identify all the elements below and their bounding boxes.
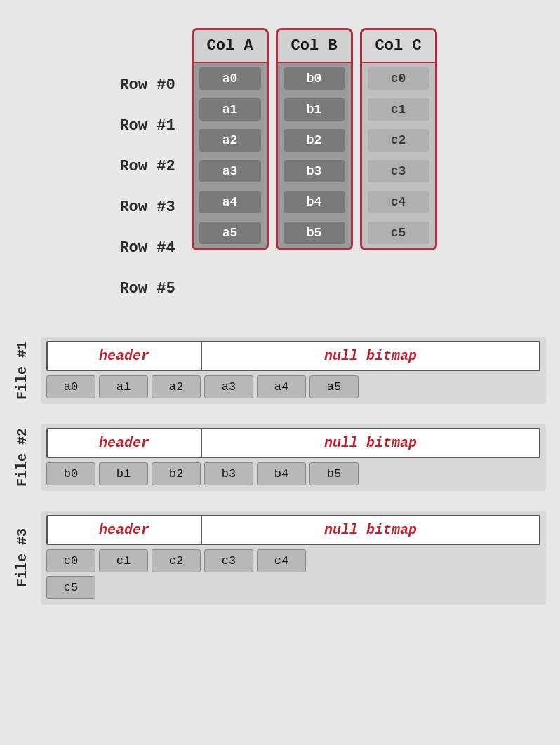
cell-b3: b3 — [278, 156, 351, 187]
cell-c0: c0 — [362, 63, 435, 94]
cell-b5: b5 — [278, 217, 351, 248]
files-section: File #1 header null bitmap a0 a1 a2 a3 a… — [14, 330, 546, 612]
cell-c4: c4 — [362, 187, 435, 217]
top-table-section: Row #0 Row #1 Row #2 Row #3 Row #4 Row #… — [14, 14, 546, 330]
col-c-header: Col C — [362, 30, 435, 63]
row-label-4: Row #4 — [119, 227, 187, 268]
file-1-header-label: header — [48, 342, 202, 370]
column-b: Col B b0 b1 b2 b3 b4 b5 — [276, 28, 353, 250]
file-2-cell-b5: b5 — [309, 462, 359, 485]
file-2-content: header null bitmap b0 b1 b2 b3 b4 b5 — [41, 424, 546, 491]
file-2-cell-b1: b1 — [99, 462, 148, 485]
cell-a3: a3 — [194, 156, 267, 187]
file-1-data-row: a0 a1 a2 a3 a4 a5 — [46, 375, 540, 398]
row-label-5: Row #5 — [119, 268, 187, 309]
col-b-header: Col B — [278, 30, 351, 63]
file-2-row: File #2 header null bitmap b0 b1 b2 b3 b… — [14, 424, 546, 491]
cell-a4: a4 — [194, 187, 267, 217]
file-3-row: File #3 header null bitmap c0 c1 c2 c3 c… — [14, 511, 546, 605]
file-2-header-row: header null bitmap — [46, 428, 540, 458]
file-1-cell-a4: a4 — [257, 375, 306, 398]
file-1-bitmap-label: null bitmap — [202, 342, 539, 370]
cell-a5: a5 — [194, 217, 267, 248]
file-3-label: File #3 — [14, 528, 34, 587]
col-a-header: Col A — [194, 30, 267, 63]
file-1-cell-a3: a3 — [204, 375, 253, 398]
file-3-header-row: header null bitmap — [46, 515, 540, 545]
file-1-row: File #1 header null bitmap a0 a1 a2 a3 a… — [14, 337, 546, 404]
file-2-cell-b3: b3 — [204, 462, 253, 485]
file-3-bitmap-label: null bitmap — [202, 516, 539, 544]
cell-a0: a0 — [194, 63, 267, 94]
cell-b1: b1 — [278, 94, 351, 125]
file-3-cell-c2: c2 — [152, 549, 201, 572]
row-label-3: Row #3 — [119, 187, 187, 227]
file-2-cell-b2: b2 — [152, 462, 201, 485]
column-a: Col A a0 a1 a2 a3 a4 a5 — [192, 28, 269, 250]
file-1-cell-a5: a5 — [309, 375, 359, 398]
file-3-cell-c0: c0 — [46, 549, 95, 572]
file-3-header-label: header — [48, 516, 202, 544]
file-1-cell-a0: a0 — [46, 375, 95, 398]
cell-c5: c5 — [362, 217, 435, 248]
file-1-cell-a1: a1 — [99, 375, 148, 398]
row-label-0: Row #0 — [119, 65, 187, 105]
file-2-header-label: header — [48, 429, 202, 457]
file-2-bitmap-label: null bitmap — [202, 429, 539, 457]
file-3-data-row-2: c5 — [46, 576, 540, 599]
file-3-cell-c4: c4 — [257, 549, 306, 572]
row-label-2: Row #2 — [119, 146, 187, 187]
file-1-header-row: header null bitmap — [46, 341, 540, 371]
file-1-cell-a2: a2 — [152, 375, 201, 398]
file-2-label: File #2 — [14, 428, 34, 487]
file-1-label: File #1 — [14, 341, 34, 400]
cell-b0: b0 — [278, 63, 351, 94]
file-2-data-row: b0 b1 b2 b3 b4 b5 — [46, 462, 540, 485]
file-3-cell-c5: c5 — [46, 576, 95, 599]
file-2-cell-b4: b4 — [257, 462, 306, 485]
cell-a2: a2 — [194, 125, 267, 156]
file-2-cell-b0: b0 — [46, 462, 95, 485]
cell-c1: c1 — [362, 94, 435, 125]
cell-c2: c2 — [362, 125, 435, 156]
cell-b2: b2 — [278, 125, 351, 156]
file-3-data-row-1: c0 c1 c2 c3 c4 — [46, 549, 540, 572]
cell-a1: a1 — [194, 94, 267, 125]
column-c: Col C c0 c1 c2 c3 c4 c5 — [360, 28, 437, 250]
file-3-cell-c1: c1 — [99, 549, 148, 572]
file-3-cell-c3: c3 — [204, 549, 253, 572]
row-label-1: Row #1 — [119, 105, 187, 146]
cell-c3: c3 — [362, 156, 435, 187]
file-1-content: header null bitmap a0 a1 a2 a3 a4 a5 — [41, 337, 546, 404]
cell-b4: b4 — [278, 187, 351, 217]
file-3-content: header null bitmap c0 c1 c2 c3 c4 c5 — [41, 511, 546, 605]
